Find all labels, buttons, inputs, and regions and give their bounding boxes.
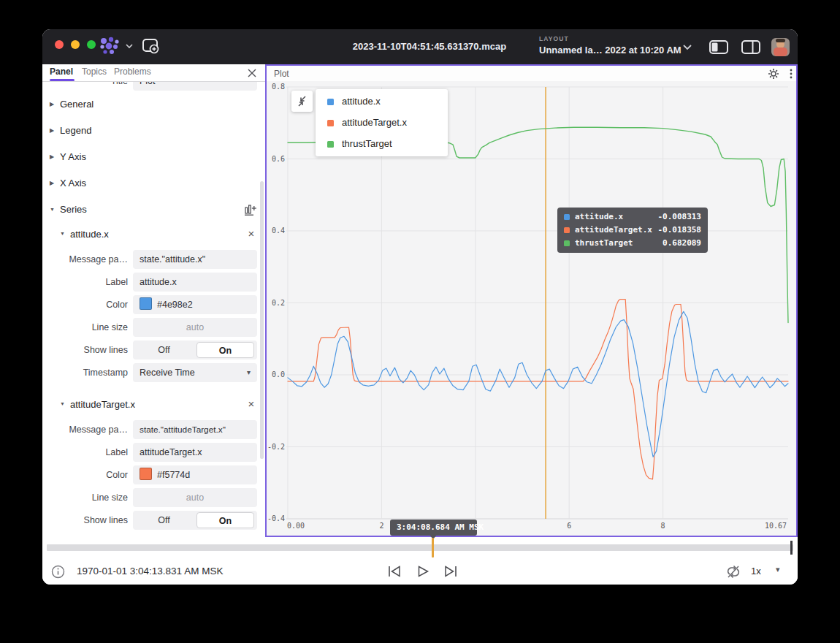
current-timestamp[interactable]: 1970-01-01 3:04:13.831 AM MSK — [77, 566, 223, 577]
legend-swatch — [327, 120, 334, 126]
line-size-row: Line size auto — [42, 488, 265, 507]
series-line-attitude.x — [288, 311, 788, 457]
remove-series-icon[interactable]: × — [244, 227, 259, 241]
color-input[interactable]: #4e98e2 — [133, 295, 257, 314]
seek-backward-button[interactable] — [386, 564, 402, 579]
section-label: Legend — [60, 125, 91, 136]
tooltip-series-value: -0.018358 — [657, 225, 701, 235]
tab-problems[interactable]: Problems — [114, 66, 151, 77]
series-editor-attitude-target-x-header[interactable]: ▼ attitudeTarget.x × — [42, 392, 265, 417]
y-tick-label: -0.2 — [267, 443, 285, 451]
info-icon[interactable] — [51, 565, 65, 579]
tooltip-swatch — [564, 227, 570, 233]
field-label: Label — [42, 273, 128, 292]
field-label: Timestamp — [42, 363, 128, 382]
scrubber-end-marker — [790, 541, 793, 555]
title-field-label: Title — [42, 82, 128, 91]
foxglove-logo-icon[interactable] — [98, 35, 123, 57]
loop-disabled-icon[interactable] — [726, 565, 741, 579]
speed-caret-icon[interactable]: ▾ — [776, 565, 780, 574]
layout-name[interactable]: Unnamed la… 2022 at 10:20 AM — [539, 45, 681, 56]
tooltip-row: thrustTarget 0.682089 — [557, 237, 708, 250]
field-label: Show lines — [42, 511, 128, 530]
legend-item-attitude-x[interactable]: attitude.x — [316, 91, 448, 113]
window-minimize-button[interactable] — [71, 40, 80, 49]
show-lines-on-option[interactable]: On — [196, 342, 254, 358]
left-sidebar-toggle-button[interactable] — [709, 39, 729, 55]
label-input[interactable]: attitudeTarget.x — [133, 443, 257, 462]
window-title: 2023-11-10T04:51:45.631370.mcap — [320, 41, 539, 52]
play-button[interactable] — [416, 564, 430, 579]
right-sidebar-toggle-button[interactable] — [741, 39, 761, 55]
x-tick-label: 10.67 — [761, 522, 790, 530]
color-hex-value: #f5774d — [157, 470, 190, 480]
message-path-input[interactable]: state."attitude.x" — [133, 250, 257, 269]
tooltip-row: attitudeTarget.x -0.018358 — [557, 224, 708, 237]
section-x-axis[interactable]: ▶ X Axis — [42, 170, 265, 197]
seek-forward-button[interactable] — [443, 564, 459, 579]
app-menu-chevron-icon[interactable] — [125, 43, 134, 49]
section-y-axis[interactable]: ▶ Y Axis — [42, 144, 265, 171]
window-close-button[interactable] — [55, 40, 64, 49]
window-zoom-button[interactable] — [87, 40, 96, 49]
timestamp-select[interactable]: Receive Time▾ — [133, 363, 257, 382]
color-swatch[interactable] — [140, 297, 152, 310]
expander-icon: ▼ — [60, 401, 65, 406]
remove-series-icon[interactable]: × — [244, 397, 259, 411]
series-line-attitudeTarget.x — [288, 300, 788, 479]
plot-panel[interactable]: Plot — [265, 64, 798, 537]
series-editor-attitude-x-header[interactable]: ▼ attitude.x × — [42, 222, 265, 247]
series-editor-name: attitudeTarget.x — [70, 399, 135, 410]
timestamp-value: Receive Time — [140, 368, 195, 378]
tab-panel[interactable]: Panel — [50, 66, 73, 77]
legend-label: attitudeTarget.x — [342, 117, 407, 128]
show-lines-toggle: Off On — [133, 340, 257, 359]
tab-topics[interactable]: Topics — [82, 66, 107, 77]
show-lines-off-option[interactable]: Off — [133, 340, 195, 359]
collapse-arrows-icon — [291, 91, 313, 112]
field-label: Show lines — [42, 340, 128, 359]
playback-speed[interactable]: 1x — [751, 566, 761, 577]
sidebar-scrollbar[interactable] — [260, 181, 264, 459]
expander-icon: ▶ — [50, 153, 54, 160]
sidebar-close-icon[interactable] — [247, 68, 257, 78]
user-avatar[interactable] — [771, 38, 790, 56]
add-series-button[interactable] — [244, 203, 257, 216]
x-tick-label: 8 — [649, 522, 678, 530]
color-swatch[interactable] — [140, 468, 152, 480]
field-label: Message pa… — [42, 250, 128, 269]
desktop-background: 2023-11-10T04:51:45.631370.mcap LAYOUT U… — [0, 0, 840, 643]
app-window: 2023-11-10T04:51:45.631370.mcap LAYOUT U… — [42, 29, 798, 585]
timestamp-row: Timestamp Receive Time▾ — [42, 363, 265, 382]
active-tab-indicator — [50, 79, 75, 81]
tooltip-series-name: thrustTarget — [575, 238, 633, 248]
legend-swatch — [327, 141, 334, 148]
show-lines-off-option[interactable]: Off — [133, 511, 195, 530]
show-lines-row: Show lines Off On — [42, 511, 265, 530]
panel-settings-gear-icon[interactable] — [768, 68, 779, 80]
color-input[interactable]: #f5774d — [133, 465, 257, 484]
section-legend[interactable]: ▶ Legend — [42, 118, 265, 145]
section-series[interactable]: ▼ Series — [42, 197, 265, 223]
legend-item-thrust-target[interactable]: thrustTarget — [316, 133, 448, 155]
timeline-scrubber — [42, 537, 798, 558]
panel-header: Plot — [267, 66, 796, 81]
legend-collapse-button[interactable] — [291, 91, 313, 112]
expander-icon: ▶ — [50, 101, 54, 107]
section-general[interactable]: ▶ General — [42, 91, 265, 118]
y-tick-label: 0.4 — [267, 227, 285, 235]
title-field-row-clipped: Title Plot — [42, 82, 265, 91]
layout-chevron-icon[interactable] — [682, 44, 692, 50]
line-size-input[interactable]: auto — [133, 318, 257, 337]
y-tick-label: 0.2 — [267, 299, 285, 307]
legend-item-attitude-target-x[interactable]: attitudeTarget.x — [316, 112, 448, 134]
label-input[interactable]: attitude.x — [133, 273, 257, 292]
message-path-input[interactable]: state."attitudeTarget.x" — [133, 420, 257, 439]
title-field-input[interactable]: Plot — [133, 82, 257, 91]
add-panel-button[interactable] — [142, 37, 161, 56]
tooltip-swatch — [564, 240, 570, 246]
scrubber-track[interactable] — [47, 544, 793, 551]
show-lines-on-option[interactable]: On — [196, 512, 254, 528]
line-size-input[interactable]: auto — [133, 488, 257, 507]
panel-menu-kebab-icon[interactable] — [786, 68, 796, 80]
